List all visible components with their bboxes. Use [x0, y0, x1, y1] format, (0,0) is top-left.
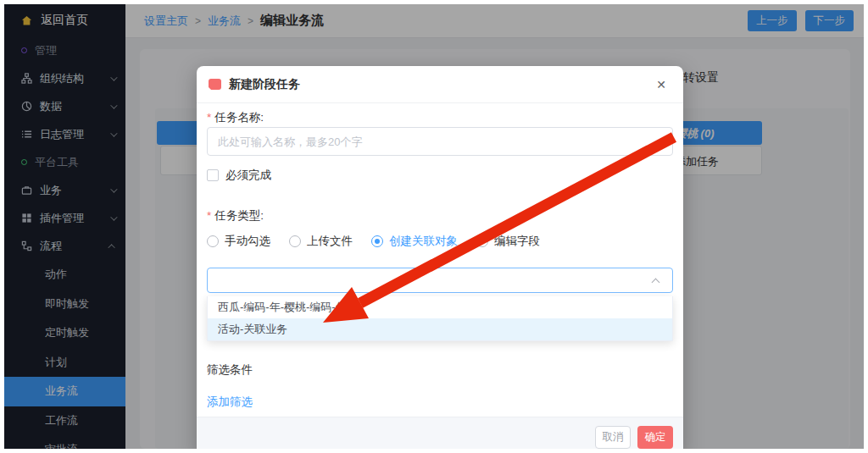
checkbox-label: 必须完成	[225, 168, 271, 183]
filter-section-label: 筛选条件	[207, 362, 253, 378]
cancel-button[interactable]: 取消	[595, 426, 631, 449]
chevron-up-icon	[652, 279, 660, 287]
required-mark: *	[207, 111, 211, 124]
modal-header: 新建阶段任务 ✕	[197, 66, 683, 103]
confirm-button[interactable]: 确定	[637, 426, 673, 449]
screenshot-root: 返回首页 管理 组织结构 数据	[0, 0, 868, 453]
modal-title: 新建阶段任务	[229, 77, 300, 92]
task-type-label: *任务类型:	[207, 208, 264, 224]
label-text: 任务名称:	[214, 111, 264, 124]
modal-footer: 取消 确定	[197, 417, 683, 449]
select-dropdown: 西瓜-编码-年-樱桃-编码-年 活动-关联业务	[207, 296, 673, 341]
task-name-input[interactable]	[207, 127, 673, 156]
radio-upload-file[interactable]: 上传文件	[289, 234, 353, 249]
add-filter-link[interactable]: 添加筛选	[207, 395, 253, 410]
radio-label: 创建关联对象	[389, 234, 458, 249]
radio-edit-field[interactable]: 编辑字段	[476, 234, 540, 249]
label-text: 任务类型:	[214, 209, 264, 222]
radio-manual-check[interactable]: 手动勾选	[207, 234, 270, 249]
close-icon[interactable]: ✕	[656, 78, 671, 91]
checkbox-icon	[207, 169, 219, 181]
document-icon	[209, 79, 221, 90]
related-object-select[interactable]	[207, 268, 673, 293]
must-complete-checkbox[interactable]: 必须完成	[207, 168, 271, 183]
app-frame: 返回首页 管理 组织结构 数据	[4, 4, 864, 449]
radio-icon	[371, 235, 383, 247]
task-name-label: *任务名称:	[207, 110, 264, 125]
radio-create-related-object[interactable]: 创建关联对象	[371, 234, 458, 249]
radio-label: 手动勾选	[225, 234, 270, 249]
radio-icon	[476, 235, 488, 247]
radio-icon	[289, 235, 301, 247]
radio-label: 编辑字段	[494, 234, 540, 249]
radio-icon	[207, 235, 219, 247]
required-mark: *	[207, 209, 211, 222]
radio-label: 上传文件	[307, 234, 353, 249]
new-stage-task-modal: 新建阶段任务 ✕ *任务名称: 必须完成 *任务类型: 手动勾选	[197, 66, 683, 449]
dropdown-option[interactable]: 西瓜-编码-年-樱桃-编码-年	[208, 296, 672, 318]
dropdown-option-highlighted[interactable]: 活动-关联业务	[208, 318, 672, 340]
task-type-radio-group: 手动勾选 上传文件 创建关联对象 编辑字段	[207, 234, 540, 249]
